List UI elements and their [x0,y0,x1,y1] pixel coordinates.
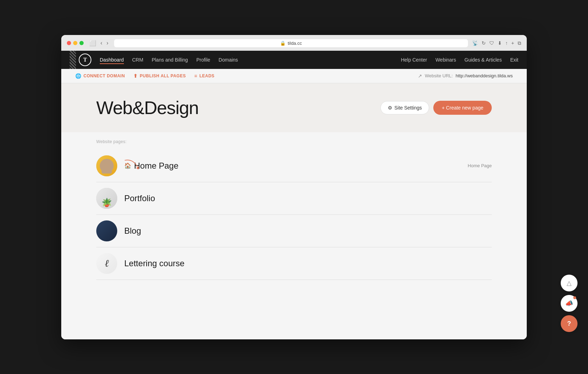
page-name-blog: Blog [124,226,141,236]
pages-section: Website pages: [61,132,527,287]
shield-icon[interactable]: 🛡 [489,40,494,46]
page-url-badge-home: Home Page [468,163,492,168]
site-title: Web&Design [96,97,199,118]
page-info-home: 🏠 Home Page [124,161,492,171]
avatar [100,159,114,173]
minimize-dot[interactable] [73,41,77,45]
publish-icon: ⬆ [133,73,138,79]
nav-profile[interactable]: Profile [196,56,210,64]
lock-icon: 🔒 [280,41,286,46]
tabs-icon[interactable]: ⧉ [518,40,521,46]
nav-left: Dashboard CRM Plans and Billing Profile … [100,56,401,64]
tilda-logo[interactable]: T [79,54,91,66]
share-icon[interactable]: ↑ [505,40,508,46]
sidebar-toggle-icon[interactable]: ⬜ [88,39,98,47]
nav-buttons: ⬜ ‹ › [88,39,110,47]
nav-help-center[interactable]: Help Center [401,56,427,64]
page-name-lettering: Lettering course [124,259,184,268]
list-item[interactable]: ℓ Lettering course [96,247,492,280]
forward-icon[interactable]: › [105,39,110,47]
page-thumbnail-lettering: ℓ [96,253,117,274]
list-item[interactable]: 🪴 Portfolio [96,182,492,215]
publish-all-pages-button[interactable]: ⬆ PUBLISH ALL PAGES [133,73,186,79]
leads-icon: ≡ [194,73,197,79]
zigzag-decoration [70,51,76,69]
nav-plans-billing[interactable]: Plans and Billing [152,56,188,64]
nav-right: Help Center Webinars Guides & Articles E… [401,56,518,64]
create-new-page-button[interactable]: + Create new page [433,101,492,115]
new-tab-icon[interactable]: + [511,40,514,46]
window-controls [67,41,84,45]
page-info-portfolio: Portfolio [124,193,492,203]
cast-icon[interactable]: 📡 [472,40,478,46]
close-dot[interactable] [67,41,71,45]
app-navbar: T Dashboard CRM Plans and Billing Profil… [61,51,527,69]
pages-section-label: Website pages: [96,139,492,144]
logo-letter: T [83,57,87,63]
connect-domain-button[interactable]: 🌐 CONNECT DOMAIN [75,73,125,79]
browser-topbar: ⬜ ‹ › 🔒 tilda.cc 📡 ↻ 🛡 ⬇ ↑ + ⧉ [67,39,521,47]
nav-exit[interactable]: Exit [510,56,518,64]
nav-dashboard[interactable]: Dashboard [100,56,124,64]
globe-icon: 🌐 [75,73,82,79]
site-settings-label: Site Settings [394,105,422,111]
gear-icon: ⚙ [388,105,392,111]
website-url-label: Website URL: [425,73,453,78]
refresh-icon[interactable]: ↻ [482,40,486,46]
hero-section: Web&Design ⚙ Site Settings + Create new … [61,83,527,132]
download-icon[interactable]: ⬇ [498,40,502,46]
nav-domains[interactable]: Domains [219,56,238,64]
connect-domain-label: CONNECT DOMAIN [84,73,125,78]
maximize-dot[interactable] [79,41,84,45]
browser-actions: 📡 ↻ 🛡 ⬇ ↑ + ⧉ [472,40,521,46]
toolbar-right: ↗ Website URL: http://webanddesign.tilda… [418,73,513,79]
list-item[interactable]: 🏠 Home Page Home Page [96,150,492,182]
nav-guides-articles[interactable]: Guides & Articles [464,56,502,64]
url-text: tilda.cc [288,41,302,46]
nav-webinars[interactable]: Webinars [435,56,456,64]
page-thumbnail-blog [96,220,117,241]
nav-crm[interactable]: CRM [132,56,144,64]
lettering-preview: ℓ [105,258,109,269]
page-thumbnail-home [96,155,117,176]
page-info-lettering: Lettering course [124,259,492,268]
publish-label: PUBLISH ALL PAGES [140,73,186,78]
page-info-blog: Blog [124,226,492,236]
website-url-link[interactable]: http://webanddesign.tilda.ws [456,73,513,78]
back-icon[interactable]: ‹ [99,39,104,47]
external-link-icon: ↗ [418,73,422,79]
plant-icon: 🪴 [102,198,112,207]
main-content: 🌐 CONNECT DOMAIN ⬆ PUBLISH ALL PAGES ≡ L… [61,69,527,339]
svg-point-2 [102,168,112,174]
page-name-portfolio: Portfolio [124,193,155,203]
leads-label: LEADS [200,73,215,78]
hero-actions: ⚙ Site Settings + Create new page [380,101,492,115]
browser-chrome: ⬜ ‹ › 🔒 tilda.cc 📡 ↻ 🛡 ⬇ ↑ + ⧉ [61,35,527,51]
create-page-label: + Create new page [442,105,483,111]
svg-point-1 [103,160,110,167]
site-settings-button[interactable]: ⚙ Site Settings [380,101,429,114]
leads-button[interactable]: ≡ LEADS [194,73,215,79]
toolbar: 🌐 CONNECT DOMAIN ⬆ PUBLISH ALL PAGES ≡ L… [61,69,527,83]
address-bar[interactable]: 🔒 tilda.cc [114,39,468,47]
list-item[interactable]: Blog [96,215,492,247]
arrow-indicator [121,157,142,173]
toolbar-left: 🌐 CONNECT DOMAIN ⬆ PUBLISH ALL PAGES ≡ L… [75,73,215,79]
page-thumbnail-portfolio: 🪴 [96,188,117,209]
